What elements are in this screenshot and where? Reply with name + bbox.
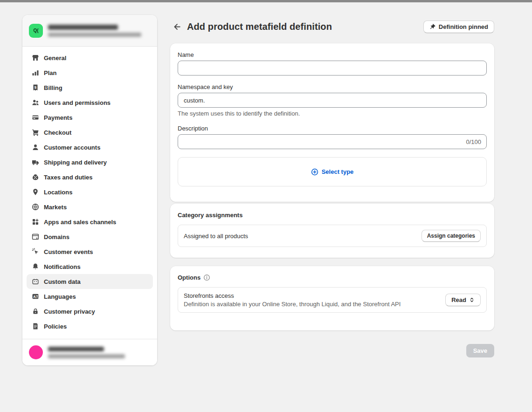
person-icon <box>31 144 39 151</box>
user-avatar <box>29 345 43 359</box>
info-icon[interactable] <box>203 274 210 281</box>
sidebar-item-label: Taxes and duties <box>44 174 93 181</box>
sidebar-item-users-permissions[interactable]: Users and permissions <box>27 95 153 110</box>
sidebar-item-custom-data[interactable]: Custom data <box>27 274 153 289</box>
sidebar-item-label: Customer privacy <box>44 308 95 315</box>
name-input[interactable] <box>178 61 487 76</box>
save-button[interactable]: Save <box>466 344 494 357</box>
sidebar-item-label: Apps and sales channels <box>44 219 116 226</box>
assign-categories-button[interactable]: Assign categories <box>421 230 481 242</box>
definition-form-card: Name Namespace and key The system uses t… <box>170 43 494 202</box>
store-url-redacted <box>48 33 141 37</box>
policies-icon <box>31 323 39 330</box>
sidebar-item-label: Plan <box>44 69 56 76</box>
select-type-box: Select type <box>178 157 487 186</box>
cart-icon <box>31 129 39 137</box>
select-type-button[interactable]: Select type <box>311 168 354 176</box>
namespace-label: Namespace and key <box>178 83 487 90</box>
payments-icon <box>31 114 39 122</box>
select-type-label: Select type <box>322 168 354 175</box>
sidebar-item-label: Notifications <box>44 263 81 270</box>
plan-icon <box>31 69 39 77</box>
users-icon <box>31 99 39 107</box>
custom-data-icon <box>31 278 39 286</box>
sidebar-item-label: Domains <box>44 233 69 240</box>
location-pin-icon <box>31 188 39 196</box>
category-assignments-title: Category assignments <box>178 212 487 219</box>
sidebar-item-shipping[interactable]: Shipping and delivery <box>27 155 153 170</box>
languages-icon: A <box>31 293 39 301</box>
truck-icon <box>31 158 39 166</box>
sidebar-item-label: Checkout <box>44 129 71 136</box>
sidebar-item-label: Customer events <box>44 248 93 255</box>
sidebar-item-billing[interactable]: $ Billing <box>27 80 153 95</box>
sidebar-item-label: General <box>44 55 66 62</box>
user-account-row[interactable] <box>22 339 157 365</box>
sidebar-item-taxes[interactable]: Taxes and duties <box>27 170 153 185</box>
store-name-redacted <box>48 25 118 30</box>
svg-text:A: A <box>33 295 36 299</box>
sidebar-item-label: Shipping and delivery <box>44 159 107 166</box>
sidebar-item-policies[interactable]: Policies <box>27 319 153 334</box>
namespace-field-group: Namespace and key The system uses this t… <box>178 83 487 117</box>
storefronts-access-title: Storefronts access <box>184 292 401 299</box>
options-title: Options <box>178 274 200 281</box>
category-assignment-row: Assigned to all products Assign categori… <box>178 225 487 247</box>
namespace-help-text: The system uses this to identify the def… <box>178 110 487 117</box>
settings-sidebar: Q( General Plan $ Billing <box>22 15 157 365</box>
chevron-updown-icon <box>469 297 475 303</box>
sidebar-nav: General Plan $ Billing Users and permiss… <box>22 47 157 339</box>
namespace-key-input[interactable] <box>178 93 487 108</box>
back-button[interactable] <box>170 20 183 33</box>
sidebar-item-customer-privacy[interactable]: Customer privacy <box>27 304 153 319</box>
globe-icon <box>31 203 39 211</box>
domains-icon <box>31 233 39 241</box>
page-header: Add product metafield definition Definit… <box>170 19 494 34</box>
sidebar-item-languages[interactable]: A Languages <box>27 289 153 304</box>
footer-actions: Save <box>170 344 494 357</box>
category-status-text: Assigned to all products <box>184 233 248 240</box>
user-email-redacted <box>48 354 125 358</box>
sidebar-item-label: Custom data <box>44 278 81 285</box>
name-field-group: Name <box>178 51 487 76</box>
sidebar-item-locations[interactable]: Locations <box>27 185 153 199</box>
top-window-strip <box>0 0 532 2</box>
description-input[interactable] <box>178 134 487 149</box>
svg-text:$: $ <box>34 85 36 89</box>
assign-categories-label: Assign categories <box>427 233 475 239</box>
sidebar-item-notifications[interactable]: Notifications <box>27 259 153 274</box>
apps-grid-icon <box>31 218 39 226</box>
sidebar-item-payments[interactable]: Payments <box>27 110 153 125</box>
options-card: Options Storefronts access Definition is… <box>170 266 494 330</box>
sidebar-item-apps-sales-channels[interactable]: Apps and sales channels <box>27 214 153 229</box>
storefront-access-value: Read <box>451 296 466 303</box>
sidebar-item-customer-events[interactable]: Customer events <box>27 244 153 259</box>
sidebar-item-general[interactable]: General <box>27 50 153 65</box>
sidebar-item-checkout[interactable]: Checkout <box>27 125 153 140</box>
definition-pinned-button[interactable]: Definition pinned <box>423 21 494 33</box>
sidebar-item-markets[interactable]: Markets <box>27 199 153 214</box>
category-assignments-card: Category assignments Assigned to all pro… <box>170 204 494 258</box>
taxes-icon <box>31 173 39 181</box>
storefront-access-select[interactable]: Read <box>445 294 481 306</box>
sidebar-item-label: Payments <box>44 114 72 121</box>
back-arrow-icon <box>173 22 181 31</box>
sidebar-item-customer-accounts[interactable]: Customer accounts <box>27 140 153 155</box>
storefronts-access-row: Storefronts access Definition is availab… <box>178 287 487 313</box>
sidebar-item-plan[interactable]: Plan <box>27 65 153 80</box>
page-title: Add product metafield definition <box>187 21 332 32</box>
sidebar-item-label: Billing <box>44 84 62 91</box>
user-name-redacted <box>48 347 104 351</box>
pinned-button-label: Definition pinned <box>439 23 488 30</box>
sidebar-item-label: Customer accounts <box>44 144 100 151</box>
store-header[interactable]: Q( <box>22 15 157 47</box>
name-label: Name <box>178 51 487 58</box>
sidebar-item-label: Languages <box>44 293 76 300</box>
lock-icon <box>31 308 39 316</box>
sidebar-item-label: Policies <box>44 323 67 330</box>
billing-icon: $ <box>31 84 39 92</box>
sidebar-item-domains[interactable]: Domains <box>27 229 153 244</box>
description-field-group: Description 0/100 <box>178 125 487 149</box>
sidebar-item-label: Users and permissions <box>44 99 111 106</box>
sidebar-item-label: Locations <box>44 189 72 196</box>
